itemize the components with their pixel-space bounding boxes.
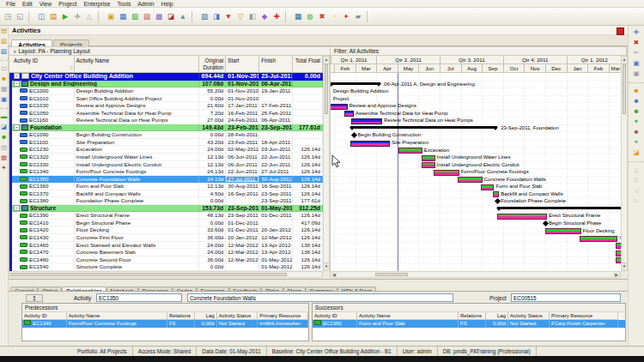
menu-enterprise[interactable]: Enterprise	[80, 0, 113, 8]
rel-col-relations[interactable]: Relations	[167, 312, 195, 320]
filter-name[interactable]: Filter: All Activities	[331, 47, 627, 55]
table-row[interactable]: EC1430Concrete First Floor36.00d20-Jan-2…	[9, 234, 323, 242]
table-row[interactable]: EC1480Concrete Second Floor36.00d12-Mar-…	[9, 256, 323, 264]
menu-help[interactable]: Help	[158, 0, 177, 8]
gantt-bar[interactable]	[481, 184, 495, 190]
assign-code-icon[interactable]: ◪	[629, 148, 644, 158]
gantt-hscrollbar[interactable]: ◀ ▶	[330, 271, 621, 278]
assign-successor-icon[interactable]: ✦	[629, 137, 644, 148]
expenses-icon[interactable]: ▲	[178, 11, 189, 22]
forward-icon[interactable]: ◱	[15, 11, 26, 22]
cut-icon[interactable]: ✂	[629, 48, 644, 58]
quarter-cell[interactable]: Qtr 2, 2011	[376, 56, 440, 64]
gantt-bar[interactable]	[458, 177, 483, 183]
assignments-icon[interactable]: ☻	[0, 132, 8, 142]
col-activity-id[interactable]: Activity ID▽	[12, 56, 75, 73]
gantt-bar[interactable]	[616, 257, 621, 263]
gantt-vscrollbar[interactable]: ▲ ▼	[621, 56, 628, 271]
wbs-icon[interactable]: ◪	[166, 11, 177, 22]
table-row[interactable]: −City Center Office Building Addition694…	[9, 73, 323, 81]
projects-icon[interactable]: ▦	[118, 11, 129, 22]
report-icon[interactable]: ▣	[0, 94, 8, 105]
recalc-icon[interactable]: ✦	[341, 11, 352, 22]
gantt-bar[interactable]	[497, 207, 621, 209]
col-total-float[interactable]: Total Float	[293, 56, 323, 73]
level-icon[interactable]: ◍	[305, 11, 316, 22]
activity-spinner[interactable]: ▲▼	[26, 294, 43, 302]
activity-id-field[interactable]	[96, 293, 182, 302]
rel-col-primary-resource[interactable]: Primary Resource	[258, 312, 308, 320]
update-progress-icon[interactable]: ◔	[329, 11, 340, 22]
table-row[interactable]: EC1160Review Technical Data on Heat Pump…	[9, 117, 323, 124]
month-cell[interactable]: Jul	[440, 64, 461, 73]
docs-icon[interactable]: ▤	[0, 142, 8, 153]
reports-icon[interactable]: ▨	[142, 11, 153, 22]
table-row[interactable]: EC1320Install Underground Water Lines12.…	[9, 154, 323, 161]
scroll-down-icon[interactable]: ▼	[622, 262, 627, 270]
menu-edit[interactable]: Edit	[19, 0, 36, 8]
quarter-cell[interactable]: Qtr 3, 2011	[440, 56, 503, 64]
filter-icon[interactable]: ▼	[223, 11, 234, 22]
gantt-bar[interactable]	[545, 228, 581, 234]
calendar-icon[interactable]: ▦	[0, 84, 8, 94]
open-project-icon[interactable]: ▤	[0, 26, 8, 36]
month-cell[interactable]: May	[398, 64, 419, 73]
timescale-icon[interactable]: ◆	[259, 11, 270, 22]
group-sort-icon[interactable]: ▥	[199, 11, 210, 22]
scroll-left-icon[interactable]: ◀	[331, 272, 337, 277]
expand-collapse-box[interactable]: −	[14, 205, 20, 211]
close-project-icon[interactable]: ▥	[0, 36, 8, 46]
gantt-bar[interactable]	[331, 104, 348, 110]
month-cell[interactable]: Mar	[355, 64, 377, 73]
col-finish[interactable]: Finish	[259, 56, 293, 73]
quarter-cell[interactable]: Qtr 4, 2011	[503, 56, 567, 64]
gantt-bar[interactable]	[497, 214, 547, 220]
gantt-bar[interactable]	[422, 155, 434, 161]
expand-collapse-box[interactable]: −	[14, 124, 20, 130]
folder-icon[interactable]: ▭	[0, 63, 8, 74]
milestone-marker[interactable]	[351, 132, 357, 138]
table-row[interactable]: EC1390Erect Structural Frame48.13d23-Sep…	[9, 212, 323, 220]
resource-icon[interactable]: ☻	[0, 74, 8, 84]
month-cell[interactable]: Mar	[609, 64, 621, 73]
gantt-bar[interactable]	[616, 250, 621, 256]
gantt-bar[interactable]	[331, 82, 380, 85]
scroll-thumb[interactable]	[375, 273, 408, 276]
expand-collapse-box[interactable]: −	[14, 73, 20, 79]
menu-file[interactable]: File	[3, 0, 19, 8]
project-id-field[interactable]	[511, 293, 621, 302]
layout-options-bar[interactable]: ∨Layout: PA - Planning Layout Filter: Al…	[9, 46, 628, 56]
rel-col-lag[interactable]: Lag	[486, 312, 508, 320]
col-activity-name[interactable]: Activity Name	[75, 56, 200, 73]
gantt-bar[interactable]	[422, 162, 434, 168]
activities-icon[interactable]: ▬	[0, 112, 8, 122]
month-cell[interactable]: Nov	[524, 64, 545, 73]
menu-project[interactable]: Project	[55, 0, 80, 8]
table-row[interactable]: EC1050Assemble Technical Data for Heat P…	[9, 110, 323, 118]
store-period-icon[interactable]: ▰	[353, 11, 364, 22]
assign-predecessor-icon[interactable]: ☻	[629, 127, 644, 137]
milestone-marker[interactable]	[542, 220, 548, 226]
timescale-months[interactable]: FebMarAprMayJunJulAugSepOctNovDecJanFebM…	[331, 64, 621, 73]
delete-icon[interactable]: ✖	[629, 38, 644, 48]
scroll-thumb[interactable]	[623, 64, 626, 114]
table-row[interactable]: EC1010Start Office Building Addition Pro…	[9, 95, 323, 103]
table-row[interactable]: −Structure153.73d23-Sep-201101-May-20123…	[9, 205, 323, 213]
trace-logic-icon[interactable]: ✛	[72, 11, 83, 22]
table-layout-icon[interactable]: ◫	[36, 11, 47, 22]
bars-icon[interactable]: ◧	[247, 11, 258, 22]
gantt-bar[interactable]	[493, 191, 500, 197]
progress-line-icon[interactable]: △	[84, 11, 95, 22]
scroll-thumb[interactable]	[325, 64, 328, 114]
gantt-bar[interactable]	[351, 118, 382, 124]
month-cell[interactable]: Aug	[461, 64, 483, 73]
table-row[interactable]: EC1090Begin Building Construction0.00d28…	[9, 131, 323, 139]
table-row[interactable]: −Design and Engineering107.08d01-Nov-201…	[9, 81, 323, 88]
gantt-bar[interactable]	[350, 126, 497, 129]
resources-icon[interactable]: ☻	[629, 86, 644, 96]
scroll-up-icon[interactable]: ▲	[324, 57, 329, 64]
rel-col-activity-status[interactable]: Activity Status	[217, 312, 258, 320]
rel-col-activity-id[interactable]: Activity ID	[22, 312, 67, 320]
month-cell[interactable]: Feb	[587, 64, 609, 73]
activity-name-field[interactable]	[187, 293, 453, 302]
